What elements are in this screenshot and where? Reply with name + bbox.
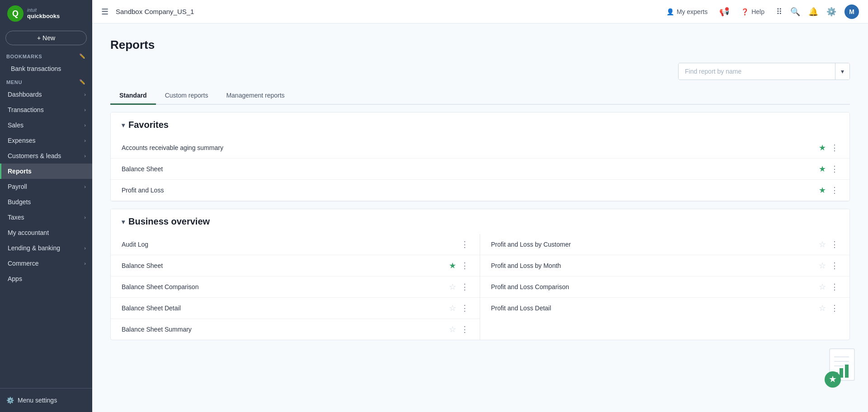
bo-left-row-4[interactable]: Balance Sheet Summary ☆ ⋮ xyxy=(111,319,480,340)
bookmarks-section-header: BOOKMARKS ✏️ xyxy=(0,51,92,61)
star-icon[interactable]: ☆ xyxy=(449,303,456,313)
more-menu-icon[interactable]: ⋮ xyxy=(461,239,469,249)
tab-management-reports[interactable]: Management reports xyxy=(217,87,293,105)
business-overview-header: ▾ Business overview xyxy=(111,209,849,234)
star-icon[interactable]: ☆ xyxy=(819,261,826,271)
chevron-right-icon: › xyxy=(84,107,86,112)
help-button[interactable]: ❓ Help xyxy=(737,6,768,17)
more-menu-icon[interactable]: ⋮ xyxy=(461,324,469,334)
favorites-row-1[interactable]: Balance Sheet ★ ⋮ xyxy=(111,159,849,180)
business-overview-chevron[interactable]: ▾ xyxy=(122,218,125,225)
sidebar-item-label: My accountant xyxy=(8,229,49,236)
more-menu-icon[interactable]: ⋮ xyxy=(461,261,469,271)
report-label: Profit and Loss xyxy=(122,187,164,194)
bo-left-row-0[interactable]: Audit Log ⋮ xyxy=(111,234,480,255)
business-overview-left-col: Audit Log ⋮ Balance Sheet ★ ⋮ Balance Sh… xyxy=(111,234,480,340)
my-experts-button[interactable]: 👤 My experts xyxy=(663,6,711,17)
star-icon[interactable]: ★ xyxy=(819,185,826,195)
more-menu-icon[interactable]: ⋮ xyxy=(461,282,469,292)
sidebar-item-transactions[interactable]: Transactions › xyxy=(0,102,92,117)
favorites-section: ▾ Favorites Accounts receivable aging su… xyxy=(110,112,850,201)
report-label: Balance Sheet xyxy=(122,262,163,269)
bo-left-row-2[interactable]: Balance Sheet Comparison ☆ ⋮ xyxy=(111,276,480,298)
more-menu-icon[interactable]: ⋮ xyxy=(830,282,839,292)
sidebar-item-payroll[interactable]: Payroll › xyxy=(0,179,92,194)
new-button[interactable]: + New xyxy=(5,31,87,45)
tabs-row: StandardCustom reportsManagement reports xyxy=(110,87,850,105)
star-icon[interactable]: ★ xyxy=(819,164,826,174)
sidebar-item-label: Expenses xyxy=(8,137,35,144)
user-avatar[interactable]: M xyxy=(844,5,859,19)
sidebar-item-label: Budgets xyxy=(8,198,31,206)
sidebar-item-expenses[interactable]: Expenses › xyxy=(0,133,92,148)
star-icon[interactable]: ★ xyxy=(819,143,826,153)
settings-icon[interactable]: ⚙️ xyxy=(826,7,836,17)
star-icon[interactable]: ☆ xyxy=(449,324,456,334)
bo-right-row-1[interactable]: Profit and Loss by Month ☆ ⋮ xyxy=(480,255,849,276)
report-label: Balance Sheet Comparison xyxy=(122,283,198,290)
sidebar-item-sales[interactable]: Sales › xyxy=(0,117,92,133)
chevron-right-icon: › xyxy=(84,138,86,143)
sidebar: Q intuit quickbooks + New BOOKMARKS ✏️ B… xyxy=(0,0,92,412)
more-menu-icon[interactable]: ⋮ xyxy=(830,185,839,195)
menu-settings-item[interactable]: ⚙️ Menu settings xyxy=(6,393,86,407)
sidebar-item-reports[interactable]: Reports xyxy=(0,164,92,179)
logo-text: intuit quickbooks xyxy=(27,8,60,19)
svg-text:Q: Q xyxy=(12,9,19,18)
more-menu-icon[interactable]: ⋮ xyxy=(830,143,839,153)
bo-right-row-2[interactable]: Profit and Loss Comparison ☆ ⋮ xyxy=(480,276,849,298)
more-menu-icon[interactable]: ⋮ xyxy=(461,303,469,313)
favorites-title: Favorites xyxy=(128,120,169,130)
bo-left-row-3[interactable]: Balance Sheet Detail ☆ ⋮ xyxy=(111,298,480,319)
apps-grid-icon[interactable]: ⠿ xyxy=(776,7,782,17)
menu-edit-icon[interactable]: ✏️ xyxy=(79,79,86,85)
bo-right-row-0[interactable]: Profit and Loss by Customer ☆ ⋮ xyxy=(480,234,849,255)
notification-bell-icon[interactable]: 🔔 xyxy=(808,7,818,17)
search-dropdown-button[interactable]: ▾ xyxy=(835,63,849,80)
sidebar-item-bank-transactions[interactable]: Bank transactions xyxy=(0,61,92,76)
star-icon[interactable]: ☆ xyxy=(449,282,456,292)
sidebar-item-customers-leads[interactable]: Customers & leads › xyxy=(0,148,92,164)
tab-custom-reports[interactable]: Custom reports xyxy=(156,87,217,105)
more-menu-icon[interactable]: ⋮ xyxy=(830,239,839,249)
sidebar-item-label: Lending & banking xyxy=(8,244,60,252)
topbar-left: ☰ Sandbox Company_US_1 xyxy=(101,7,194,17)
bo-left-row-1[interactable]: Balance Sheet ★ ⋮ xyxy=(111,255,480,276)
bookmarks-edit-icon[interactable]: ✏️ xyxy=(79,53,86,59)
business-overview-section: ▾ Business overview Audit Log ⋮ Balance … xyxy=(110,209,850,340)
hamburger-icon[interactable]: ☰ xyxy=(101,7,108,17)
favorites-row-2[interactable]: Profit and Loss ★ ⋮ xyxy=(111,180,849,201)
main-area: ☰ Sandbox Company_US_1 👤 My experts 📢 ❓ … xyxy=(92,0,868,412)
business-overview-right-col: Profit and Loss by Customer ☆ ⋮ Profit a… xyxy=(480,234,849,340)
search-icon[interactable]: 🔍 xyxy=(790,7,800,17)
star-icon[interactable]: ☆ xyxy=(819,282,826,292)
favorites-list: Accounts receivable aging summary ★ ⋮ Ba… xyxy=(111,137,849,201)
search-input[interactable] xyxy=(679,63,835,80)
sidebar-item-commerce[interactable]: Commerce › xyxy=(0,256,92,271)
more-menu-icon[interactable]: ⋮ xyxy=(830,303,839,313)
sidebar-item-lending-banking[interactable]: Lending & banking › xyxy=(0,240,92,256)
sidebar-item-label: Taxes xyxy=(8,214,24,221)
star-icon[interactable]: ★ xyxy=(449,261,456,271)
more-menu-icon[interactable]: ⋮ xyxy=(830,164,839,174)
report-label: Balance Sheet Detail xyxy=(122,304,181,312)
more-menu-icon[interactable]: ⋮ xyxy=(830,261,839,271)
report-label: Balance Sheet xyxy=(122,165,163,173)
sidebar-item-taxes[interactable]: Taxes › xyxy=(0,210,92,225)
tab-standard[interactable]: Standard xyxy=(110,87,156,105)
favorites-row-0[interactable]: Accounts receivable aging summary ★ ⋮ xyxy=(111,137,849,159)
menu-items-list: Dashboards › Transactions › Sales › Expe… xyxy=(0,87,92,286)
sidebar-item-label: Customers & leads xyxy=(8,152,61,159)
logo-area: Q intuit quickbooks xyxy=(0,0,92,27)
favorites-chevron[interactable]: ▾ xyxy=(122,122,125,129)
sidebar-item-budgets[interactable]: Budgets xyxy=(0,194,92,210)
sidebar-item-apps[interactable]: Apps xyxy=(0,271,92,286)
chevron-right-icon: › xyxy=(84,153,86,159)
bo-right-row-3[interactable]: Profit and Loss Detail ☆ ⋮ xyxy=(480,298,849,318)
megaphone-icon[interactable]: 📢 xyxy=(719,7,729,17)
sidebar-item-my-accountant[interactable]: My accountant xyxy=(0,225,92,240)
star-icon[interactable]: ☆ xyxy=(819,303,826,313)
sidebar-item-label: Transactions xyxy=(8,106,44,113)
star-icon[interactable]: ☆ xyxy=(819,239,826,249)
sidebar-item-dashboards[interactable]: Dashboards › xyxy=(0,87,92,102)
